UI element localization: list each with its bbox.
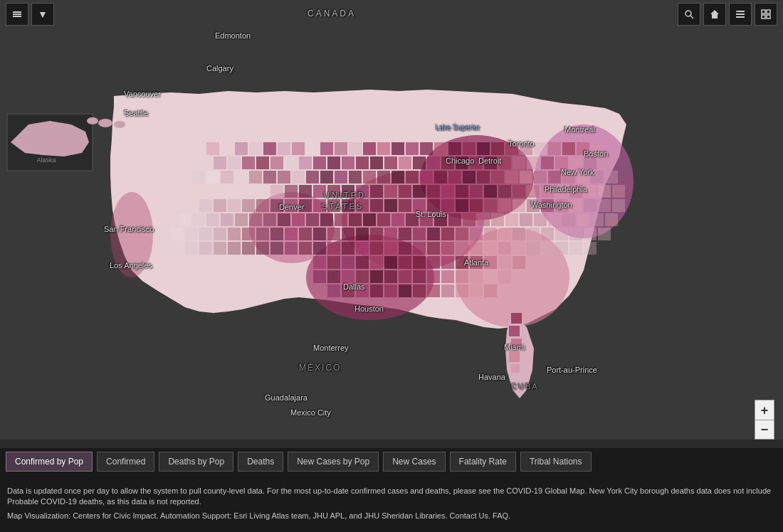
info-line-2: Map Visualization: Centers for Civic Imp… [7, 511, 776, 521]
svg-rect-307 [767, 15, 770, 18]
home-button[interactable] [703, 3, 726, 26]
svg-rect-253 [598, 228, 611, 240]
svg-rect-136 [327, 270, 340, 283]
svg-rect-155 [413, 284, 426, 297]
svg-rect-125 [384, 256, 397, 269]
svg-rect-138 [356, 270, 369, 283]
tab-new-cases-by-pop[interactable]: New Cases by Pop [288, 452, 379, 472]
svg-rect-142 [413, 270, 426, 283]
svg-rect-64 [598, 156, 611, 169]
svg-rect-126 [399, 256, 411, 269]
svg-rect-209 [420, 213, 433, 226]
svg-rect-160 [484, 284, 497, 297]
layers-button[interactable] [6, 3, 28, 26]
svg-rect-230 [270, 228, 283, 240]
svg-rect-147 [484, 270, 497, 283]
svg-rect-266 [342, 242, 354, 255]
svg-rect-187 [555, 199, 568, 212]
svg-rect-13 [278, 142, 290, 155]
svg-point-291 [87, 117, 98, 124]
svg-rect-247 [513, 228, 525, 240]
tab-deaths-by-pop[interactable]: Deaths by Pop [159, 452, 233, 472]
svg-rect-263 [299, 242, 312, 255]
grid-button[interactable] [755, 3, 777, 26]
tab-deaths[interactable]: Deaths [238, 452, 283, 472]
svg-rect-121 [327, 256, 340, 269]
svg-rect-239 [399, 228, 411, 240]
svg-rect-258 [228, 242, 241, 255]
svg-rect-17 [335, 142, 347, 155]
svg-rect-182 [484, 199, 497, 212]
svg-rect-143 [427, 270, 440, 283]
svg-rect-127 [413, 256, 426, 269]
svg-rect-267 [356, 242, 369, 255]
svg-rect-191 [612, 199, 625, 212]
svg-rect-241 [427, 228, 440, 240]
svg-rect-229 [256, 228, 269, 240]
tab-confirmed[interactable]: Confirmed [97, 452, 154, 472]
svg-rect-273 [441, 242, 454, 255]
svg-rect-172 [342, 199, 354, 212]
svg-rect-148 [498, 270, 511, 283]
tab-tribal-nations[interactable]: Tribal Nations [520, 452, 592, 472]
svg-rect-11 [249, 142, 262, 155]
svg-rect-179 [441, 199, 454, 212]
svg-rect-102 [370, 185, 383, 198]
svg-rect-71 [278, 171, 290, 183]
svg-rect-14 [292, 142, 305, 155]
info-line-1: Data is updated once per day to allow th… [7, 486, 776, 508]
svg-rect-38 [228, 156, 241, 169]
svg-rect-278 [513, 242, 525, 255]
svg-rect-140 [384, 270, 397, 283]
svg-rect-56 [484, 156, 497, 169]
svg-rect-24 [434, 142, 447, 155]
svg-rect-92 [577, 171, 589, 183]
svg-rect-243 [456, 228, 468, 240]
svg-rect-203 [335, 213, 347, 226]
svg-rect-198 [263, 213, 276, 226]
tab-confirmed-by-pop[interactable]: Confirmed by Pop [6, 452, 93, 472]
svg-rect-18 [349, 142, 362, 155]
svg-rect-128 [427, 256, 440, 269]
svg-rect-94 [605, 171, 618, 183]
svg-rect-177 [413, 199, 426, 212]
toolbar-right [678, 3, 777, 26]
tab-fatality-rate[interactable]: Fatality Rate [450, 452, 516, 472]
search-button[interactable] [678, 3, 700, 26]
svg-rect-167 [270, 199, 283, 212]
list-button[interactable] [729, 3, 752, 26]
svg-rect-129 [441, 256, 454, 269]
svg-rect-112 [513, 185, 525, 198]
svg-rect-240 [413, 228, 426, 240]
svg-rect-250 [555, 228, 568, 240]
svg-rect-58 [513, 156, 525, 169]
dropdown-button[interactable]: ▼ [31, 3, 54, 26]
svg-rect-302 [736, 16, 745, 18]
svg-rect-89 [534, 171, 547, 183]
svg-rect-123 [356, 256, 369, 269]
svg-point-297 [685, 11, 691, 16]
svg-rect-195 [221, 213, 233, 226]
svg-rect-146 [470, 270, 483, 283]
svg-rect-274 [456, 242, 468, 255]
svg-rect-244 [470, 228, 483, 240]
tab-new-cases[interactable]: New Cases [383, 452, 445, 472]
svg-rect-103 [384, 185, 397, 198]
svg-rect-30 [520, 142, 532, 155]
svg-rect-73 [306, 171, 319, 183]
svg-rect-207 [392, 213, 404, 226]
svg-rect-139 [370, 270, 383, 283]
svg-rect-70 [263, 171, 276, 183]
zoom-in-button[interactable]: + [755, 400, 774, 420]
svg-rect-226 [214, 228, 226, 240]
svg-rect-183 [498, 199, 511, 212]
svg-rect-8 [206, 142, 219, 155]
svg-rect-234 [327, 228, 340, 240]
svg-rect-131 [470, 256, 483, 269]
svg-rect-218 [548, 213, 561, 226]
svg-rect-10 [235, 142, 248, 155]
info-bar: Data is updated once per day to allow th… [0, 475, 783, 532]
svg-rect-80 [406, 171, 419, 183]
svg-rect-35 [591, 142, 604, 155]
zoom-out-button[interactable]: − [755, 420, 774, 440]
